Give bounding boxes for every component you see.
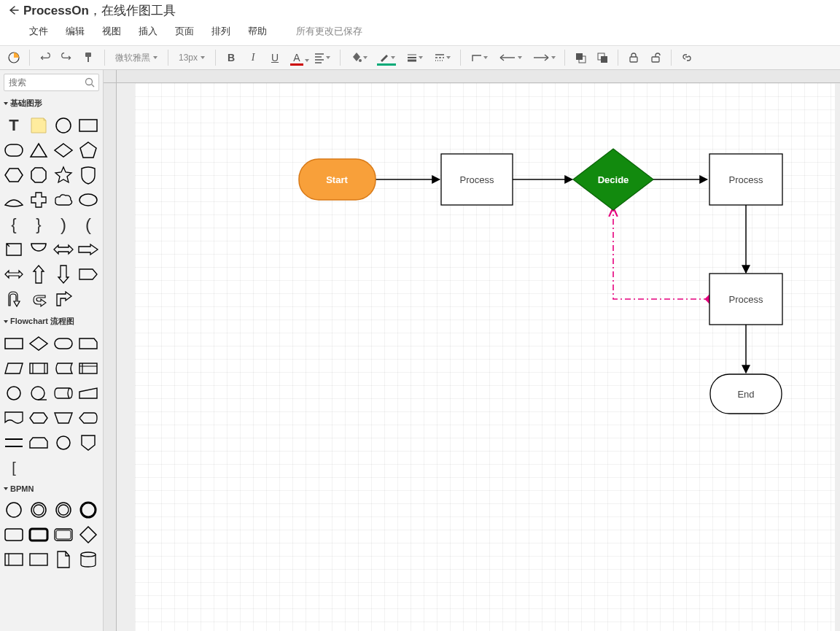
shape-paren-right[interactable]: ) (51, 212, 76, 237)
bpmn-intermediate-event[interactable] (26, 498, 51, 522)
connector-type-button[interactable] (467, 48, 491, 67)
themes-button[interactable] (4, 48, 23, 67)
flowchart-circle2[interactable] (51, 430, 76, 455)
back-icon[interactable] (6, 4, 19, 17)
bpmn-lane[interactable] (26, 547, 51, 572)
shape-brace-right[interactable]: } (26, 212, 51, 237)
bpmn-pool[interactable] (1, 547, 26, 572)
node-start[interactable]: Start (299, 159, 376, 200)
shape-arrow-down-block[interactable] (51, 262, 76, 287)
shape-diamond[interactable] (51, 138, 76, 163)
shape-shield[interactable] (76, 163, 101, 187)
shape-paren-left[interactable]: ( (76, 212, 101, 237)
shape-circle[interactable] (51, 113, 76, 138)
lock-button[interactable] (624, 48, 643, 67)
shape-brace-left[interactable]: { (1, 212, 26, 237)
undo-button[interactable] (36, 48, 55, 67)
shape-octagon[interactable] (26, 163, 51, 187)
connector-process3-decide[interactable] (613, 207, 709, 299)
shape-arrow-right-block[interactable] (76, 237, 101, 262)
ruler-horizontal[interactable] (117, 70, 840, 83)
bpmn-intermediate-event-2[interactable] (51, 498, 76, 522)
flowchart-internal-storage[interactable] (76, 356, 101, 381)
flowchart-manual-input[interactable] (76, 381, 101, 406)
flowchart-preparation[interactable] (26, 406, 51, 430)
menu-insert[interactable]: 插入 (136, 23, 160, 39)
shape-corner-arrow[interactable] (51, 287, 76, 311)
bpmn-end-event[interactable] (76, 498, 101, 522)
arrow-start-button[interactable] (494, 48, 525, 67)
bpmn-subprocess[interactable] (51, 522, 76, 547)
bpmn-task-bold[interactable] (26, 522, 51, 547)
shape-star[interactable] (51, 163, 76, 187)
bpmn-task[interactable] (1, 522, 26, 547)
align-button[interactable] (309, 48, 334, 67)
shape-cloud[interactable] (51, 187, 76, 212)
node-end[interactable]: End (710, 374, 782, 414)
flowchart-display[interactable] (76, 406, 101, 430)
menu-arrange[interactable]: 排列 (209, 23, 233, 39)
fill-color-button[interactable] (346, 48, 371, 67)
shape-ellipse[interactable] (76, 187, 101, 212)
section-bpmn[interactable]: BPMN (0, 481, 103, 496)
flowchart-connector[interactable] (1, 381, 26, 406)
shape-pentagon[interactable] (76, 138, 101, 163)
bpmn-start-event[interactable] (1, 498, 26, 522)
flowchart-stored-data[interactable] (51, 356, 76, 381)
redo-button[interactable] (58, 48, 77, 67)
flowchart-bracket[interactable]: [ (1, 455, 26, 480)
node-process1[interactable]: Process (441, 154, 513, 205)
menu-edit[interactable]: 编辑 (63, 23, 88, 39)
shape-rect[interactable] (76, 113, 101, 138)
ruler-vertical[interactable] (104, 83, 117, 631)
canvas-paper[interactable]: Start Process Decide Process (135, 83, 835, 631)
format-painter-button[interactable] (79, 48, 98, 67)
flowchart-document[interactable] (1, 406, 26, 430)
font-family-select[interactable]: 微软雅黑 (111, 50, 162, 66)
shape-uturn-down[interactable] (1, 287, 26, 311)
flowchart-predefined[interactable] (26, 356, 51, 381)
link-button[interactable] (677, 48, 696, 67)
font-color-button[interactable]: A (287, 48, 306, 67)
shape-note[interactable] (26, 113, 51, 138)
shape-fan[interactable] (1, 187, 26, 212)
line-color-button[interactable] (374, 48, 399, 67)
menu-view[interactable]: 视图 (99, 23, 124, 39)
bring-front-button[interactable] (571, 48, 590, 67)
node-process2[interactable]: Process (709, 154, 782, 205)
line-width-button[interactable] (402, 48, 427, 67)
shape-arrow-up-block[interactable] (26, 262, 51, 287)
flowchart-offpage[interactable] (76, 430, 101, 455)
canvas-viewport[interactable]: Start Process Decide Process (117, 83, 840, 631)
flowchart-sequential-data[interactable] (26, 381, 51, 406)
flowchart-direct-data[interactable] (51, 381, 76, 406)
flowchart-manual-op[interactable] (51, 406, 76, 430)
shape-halfcircle[interactable] (26, 237, 51, 262)
search-icon[interactable] (84, 77, 96, 90)
bpmn-gateway[interactable] (76, 522, 101, 547)
flowchart-loop-limit[interactable] (26, 430, 51, 455)
bpmn-data-object[interactable] (51, 547, 76, 572)
shape-hexagon[interactable] (1, 163, 26, 187)
shape-roundrect[interactable] (1, 138, 26, 163)
bpmn-data-store[interactable] (76, 547, 101, 572)
shape-cross[interactable] (26, 187, 51, 212)
send-back-button[interactable] (593, 48, 612, 67)
flowchart-process[interactable] (1, 331, 26, 356)
flowchart-data[interactable] (1, 356, 26, 381)
underline-button[interactable]: U (265, 48, 284, 67)
unlock-button[interactable] (646, 48, 665, 67)
flowchart-card[interactable] (76, 331, 101, 356)
menu-help[interactable]: 帮助 (245, 23, 270, 39)
shape-arrow-pentagon[interactable] (76, 262, 101, 287)
flowchart-decision[interactable] (26, 331, 51, 356)
shape-arrow-lr-small[interactable] (1, 262, 26, 287)
shape-arrow-left-right[interactable] (51, 237, 76, 262)
menu-file[interactable]: 文件 (26, 23, 51, 39)
section-basic-shapes[interactable]: 基础图形 (0, 95, 103, 112)
section-flowchart[interactable]: Flowchart 流程图 (0, 313, 103, 330)
bold-button[interactable]: B (222, 48, 241, 67)
arrow-end-button[interactable] (528, 48, 559, 67)
menu-page[interactable]: 页面 (172, 23, 197, 39)
node-decide[interactable]: Decide (573, 149, 653, 210)
